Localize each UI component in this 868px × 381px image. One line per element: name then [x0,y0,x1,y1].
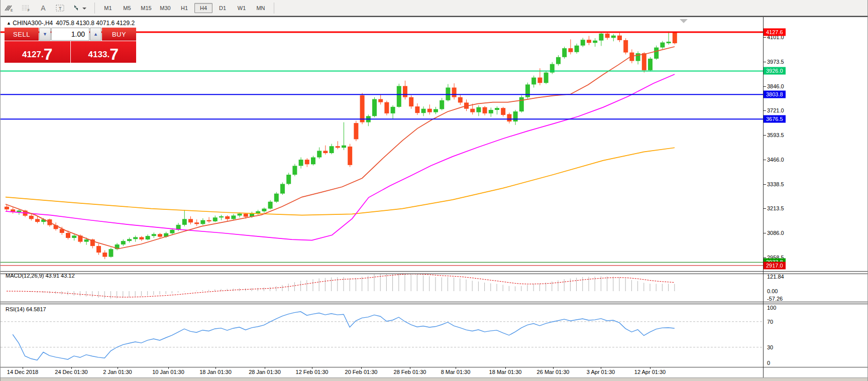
price-tick-mark [764,135,766,136]
price-tick-mark [764,184,766,185]
time-tick-label: 10 Jan 01:30 [152,369,184,375]
time-tick-label: 24 Dec 01:30 [55,369,87,375]
objects-arrange-icon[interactable] [70,2,90,14]
rsi-tick-label: 0 [767,360,770,366]
macd-label: MACD(12,26,9) 43.91 43.12 [6,273,75,279]
rsi-tick-label: 70 [767,319,773,325]
price-tick-mark [764,37,766,38]
dropdown-caret-icon [82,8,86,10]
sell-price-big-digit: 7 [44,47,53,62]
timeframe-button-m5[interactable]: M5 [118,3,136,13]
time-tick-label: 28 Jan 01:30 [249,369,281,375]
window-bottom-edge [1,377,868,381]
expert-advisor-icon[interactable]: E [2,2,17,14]
price-tick-label: 3846.0 [767,83,784,89]
buy-price-display[interactable]: 4133.7 [71,41,137,63]
buy-price-big-digit: 7 [110,47,119,62]
collapse-triangle-icon[interactable]: ▲ [7,21,11,26]
toolbar-separator [274,3,274,14]
price-tick-mark [764,110,766,111]
macd-tick-label: 121.84 [767,274,784,280]
sell-price-display[interactable]: 4127.7 [5,41,70,63]
price-tick-label: 3973.5 [767,59,784,65]
timeframe-button-m30[interactable]: M30 [156,3,174,13]
forecast-grid-icon[interactable]: F [19,2,34,14]
timeframe-button-h4[interactable]: H4 [194,3,212,13]
price-tick-label: 3466.0 [767,157,784,163]
volume-increase-button[interactable]: ▲ [90,28,101,41]
timeframe-button-mn[interactable]: MN [252,3,270,13]
volume-input[interactable]: 1.00 [51,28,89,41]
price-tick-mark [764,62,766,62]
buy-price-main: 4133 [88,50,107,62]
text-label-icon[interactable]: A [36,2,51,14]
svg-text:T: T [59,6,62,11]
timeframe-button-w1[interactable]: W1 [233,3,251,13]
price-tick-mark [764,208,766,209]
price-tick-label: 3213.5 [767,205,784,211]
price-badge: 4127.6 [764,29,786,36]
macd-tick-label: 0.00 [767,288,778,294]
toolbar-separator [94,3,95,14]
rsi-pane-canvas[interactable] [1,304,763,367]
price-tick-mark [764,233,766,233]
price-tick-mark [764,258,766,258]
time-axis-border [1,367,868,367]
svg-text:E: E [11,9,13,12]
rsi-tick-label: 100 [767,305,776,311]
macd-tick-label: -57.26 [767,296,783,302]
time-tick-label: 3 Apr 01:30 [587,369,615,375]
price-badge: 3803.8 [764,91,786,98]
timeframe-button-m15[interactable]: M15 [137,3,155,13]
time-tick-label: 2 Jan 01:30 [103,369,132,375]
terminal-window: E F A T M1M [0,0,868,381]
price-tick-label: 3721.0 [767,107,784,113]
text-box-icon[interactable]: T [53,2,68,14]
symbol-period-label: CHINA300-,H4 [13,20,53,27]
toolbar: E F A T M1M [1,0,868,16]
time-tick-label: 28 Feb 01:30 [394,369,426,375]
price-badge: 3926.0 [764,67,786,75]
ohlc-values: 4075.8 4130.8 4071.6 4129.2 [56,20,135,27]
time-tick-label: 18 Jan 01:30 [199,369,232,375]
price-badge: 2917.0 [764,262,786,269]
buy-button[interactable]: BUY [102,28,136,41]
one-click-trading-panel: SELL ▼ 1.00 ▲ BUY 4127.7 4133.7 [5,28,136,63]
chart-symbol-header: ▲ CHINA300-,H4 4075.8 4130.8 4071.6 4129… [7,20,135,27]
sell-button[interactable]: SELL [5,28,39,41]
time-tick-label: 18 Mar 01:30 [489,369,522,375]
rsi-label: RSI(14) 64.5817 [6,306,46,312]
timeframe-button-d1[interactable]: D1 [213,3,232,13]
axis-divider [763,17,764,377]
macd-pane-canvas[interactable] [1,274,763,302]
time-tick-label: 12 Feb 01:30 [296,369,329,375]
sell-price-main: 4127 [22,50,41,62]
chart-shift-marker-icon[interactable] [680,19,688,23]
time-tick-label: 26 Mar 01:30 [537,369,570,375]
volume-decrease-button[interactable]: ▼ [39,28,51,41]
price-tick-mark [764,86,766,87]
price-badge: 3676.5 [764,115,786,123]
svg-text:F: F [28,9,30,12]
price-tick-label: 3086.0 [767,230,784,236]
timeframe-button-h1[interactable]: H1 [175,3,193,13]
timeframe-button-m1[interactable]: M1 [99,3,117,13]
time-tick-label: 8 Mar 01:30 [441,369,471,375]
price-tick-mark [764,160,766,160]
price-tick-label: 3593.5 [767,132,784,138]
time-tick-label: 14 Dec 2018 [7,369,38,375]
price-tick-label: 3338.5 [767,181,784,187]
time-tick-label: 20 Feb 01:30 [345,369,378,375]
rsi-tick-label: 30 [767,344,773,350]
time-tick-label: 12 Apr 01:30 [634,369,666,375]
